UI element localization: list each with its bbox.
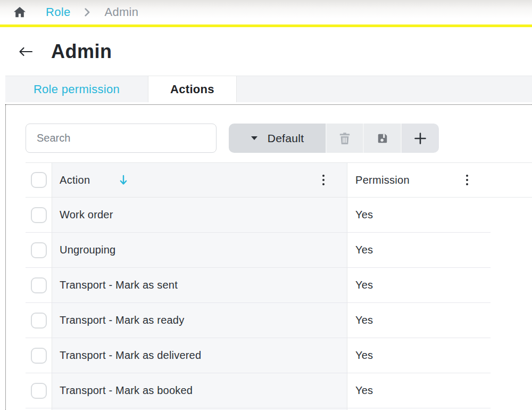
header-filler [491,163,532,197]
action-cell: Transport - Mark as ready [52,303,347,338]
page-title: Admin [51,40,112,63]
action-column-header[interactable]: Action [52,163,347,197]
trash-icon [339,132,351,145]
select-all-cell [26,163,52,197]
kebab-menu-icon[interactable] [463,171,471,188]
actions-table: Action Permission Work order [26,162,532,410]
preset-selector-button[interactable]: Default [229,124,326,153]
permission-cell-text: Yes [355,244,373,256]
home-icon[interactable] [13,5,27,19]
delete-preset-button[interactable] [326,124,363,153]
row-checkbox-cell [26,373,52,408]
toolbar: Default [26,124,532,153]
preset-button-group: Default [229,124,439,153]
sort-desc-icon[interactable] [119,174,128,186]
permission-cell: Yes [347,373,491,408]
row-checkbox-cell [26,338,52,373]
action-cell-text: Transport - Mark as booked [60,384,193,397]
row-checkbox-cell [26,198,52,232]
breadcrumb-link-role[interactable]: Role [46,5,70,19]
table-row[interactable]: Transport - Mark as ready Yes [26,303,491,338]
select-all-checkbox[interactable] [31,172,47,188]
permission-cell: Yes [347,233,491,267]
permission-cell-text: Yes [355,279,373,291]
actions-tab-panel: Default [5,104,532,410]
permission-column-label: Permission [355,174,410,186]
permission-cell-text: Yes [355,209,373,221]
page-header: Admin [0,27,532,76]
save-preset-button[interactable] [363,124,401,153]
table-row[interactable]: Transport - Mark as booked Yes [26,373,491,408]
permission-cell: Yes [347,198,491,232]
table-row[interactable]: Transport - Mark as sent Yes [26,268,491,303]
row-checkbox-cell [26,268,52,302]
action-cell: Transport - Mark as delivered [52,338,347,373]
action-cell: Work order [52,198,347,232]
permission-cell: Yes [347,303,491,338]
permission-cell-text: Yes [355,314,373,326]
permission-cell-text: Yes [355,349,373,362]
tab-role-permission[interactable]: Role permission [5,76,148,102]
table-header-row: Action Permission [26,162,532,198]
save-icon [377,133,388,144]
chevron-right-icon [84,8,90,17]
table-row[interactable]: Ungrouping Yes [26,233,491,268]
action-cell-text: Transport - Mark as sent [60,279,178,291]
row-checkbox[interactable] [31,277,47,293]
kebab-menu-icon[interactable] [319,171,328,188]
row-checkbox[interactable] [31,383,47,399]
plus-icon [413,132,427,145]
row-checkbox[interactable] [31,242,47,258]
back-arrow-icon[interactable] [18,46,34,58]
action-cell-text: Transport - Mark as ready [60,314,184,326]
action-cell: Transport - Mark as booked [52,373,347,408]
table-row[interactable]: Transport - Mark as delivered Yes [26,338,491,373]
row-checkbox[interactable] [31,348,47,364]
permission-cell-text: Yes [355,384,373,397]
row-checkbox[interactable] [31,207,47,223]
action-cell: Transport - Mark as sent [52,268,347,302]
row-checkbox-cell [26,233,52,267]
add-preset-button[interactable] [401,124,439,153]
action-cell: Ungrouping [52,233,347,267]
permission-column-header[interactable]: Permission [347,163,491,197]
search-input[interactable] [26,124,217,153]
table-row[interactable]: Work order Yes [26,198,491,233]
action-cell-text: Work order [60,209,113,221]
row-checkbox[interactable] [31,313,47,329]
tab-actions[interactable]: Actions [148,76,237,102]
tab-bar: Role permission Actions [5,76,532,102]
row-checkbox-cell [26,303,52,338]
action-cell-text: Ungrouping [60,244,115,256]
preset-selector-label: Default [268,132,304,145]
table-body: Work order Yes Ungrouping Yes Transport … [26,198,532,408]
breadcrumb-current: Admin [104,5,138,19]
permission-cell: Yes [347,268,491,302]
action-cell-text: Transport - Mark as delivered [60,349,201,362]
action-column-label: Action [60,174,90,186]
caret-down-icon [251,136,258,141]
permission-cell: Yes [347,338,491,373]
top-bar: Role Admin [0,0,532,24]
